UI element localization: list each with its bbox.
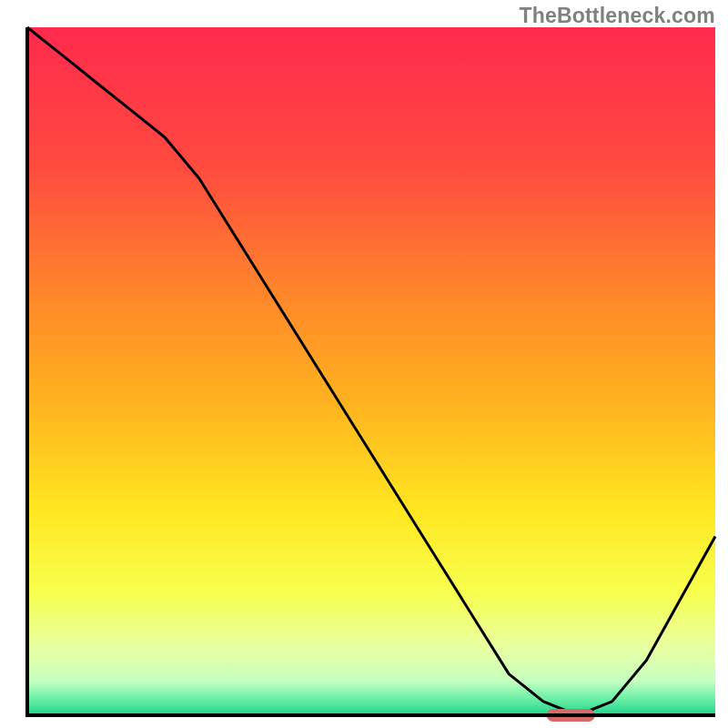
bottleneck-chart — [0, 0, 728, 728]
chart-frame: TheBottleneck.com — [0, 0, 728, 728]
plot-background — [27, 27, 715, 715]
watermark-text: TheBottleneck.com — [519, 4, 715, 28]
